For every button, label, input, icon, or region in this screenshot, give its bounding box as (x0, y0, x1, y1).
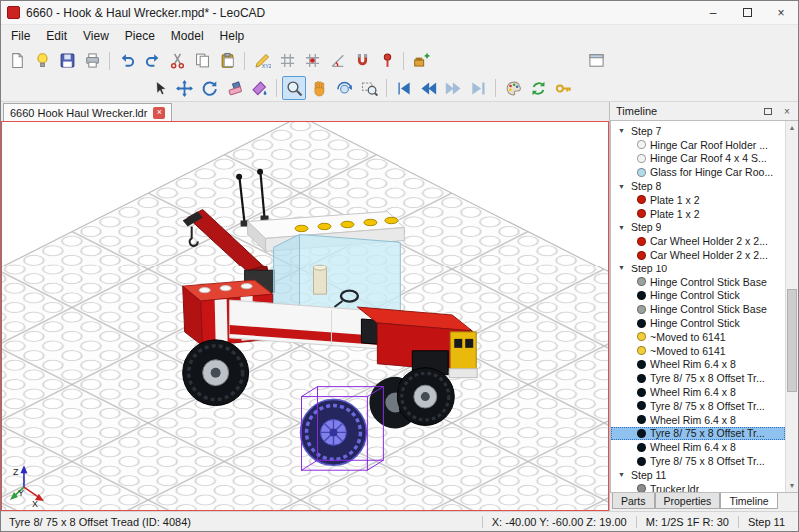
synchronize-icon[interactable] (526, 76, 550, 100)
palette-icon[interactable] (501, 76, 525, 100)
dock-tab-properties[interactable]: Properties (655, 493, 721, 509)
transform-pin-icon[interactable] (375, 49, 399, 73)
part-color-icon (637, 209, 646, 218)
timeline-part[interactable]: Hinge Car Roof 4 x 4 S... (611, 152, 785, 166)
timeline-part[interactable]: Wheel Rim 6.4 x 8 (611, 358, 785, 372)
delete-icon[interactable] (222, 76, 246, 100)
3d-viewport[interactable]: Z Y X (1, 121, 609, 511)
snap-grid-icon[interactable] (275, 49, 299, 73)
part-label: Tyre 8/ 75 x 8 Offset Tr... (650, 400, 765, 412)
timeline-part[interactable]: Wheel Rim 6.4 x 8 (611, 440, 785, 454)
step-expand-icon[interactable]: ▼ (618, 265, 626, 271)
redo-icon[interactable] (140, 49, 164, 73)
step-expand-icon[interactable]: ▼ (618, 224, 626, 231)
menu-view[interactable]: View (75, 27, 117, 45)
window-controls: – × (696, 1, 798, 24)
timeline-part[interactable]: ~Moved to 6141 (611, 330, 785, 344)
dock-float-button[interactable] (761, 104, 775, 118)
document-area: 6660 Hook Haul Wrecker.ldr × (1, 102, 609, 511)
timeline-part[interactable]: Tyre 8/ 75 x 8 Offset Tr... (611, 427, 785, 441)
part-color-icon (637, 168, 646, 177)
timeline-part[interactable]: Car Wheel Holder 2 x 2... (611, 234, 785, 248)
toolbar-separator (386, 79, 387, 97)
timeline-part[interactable]: ~Moved to 6141 (611, 344, 785, 358)
print-icon[interactable] (80, 49, 104, 73)
autokey-icon[interactable] (551, 76, 575, 100)
snap-angle-icon[interactable] (325, 49, 349, 73)
save-icon[interactable] (55, 49, 79, 73)
timeline-part[interactable]: Trucker.ldr (611, 482, 785, 492)
part-label: Hinge Car Roof Holder ... (650, 139, 768, 151)
timeline-step[interactable]: ▼Step 11 (611, 468, 785, 482)
dock-close-button[interactable]: × (780, 104, 794, 118)
scroll-down-icon[interactable]: ▼ (786, 479, 798, 492)
tab-close-icon[interactable]: × (153, 107, 165, 119)
timeline-part[interactable]: Car Wheel Holder 2 x 2... (611, 248, 785, 262)
maximize-button[interactable] (730, 1, 764, 24)
timeline-step[interactable]: ▼Step 8 (611, 179, 785, 193)
pan-icon[interactable] (307, 76, 331, 100)
copy-icon[interactable] (190, 49, 214, 73)
dock-tab-parts[interactable]: Parts (612, 493, 655, 509)
next-step-icon[interactable] (441, 76, 465, 100)
open-icon[interactable] (30, 49, 54, 73)
new-file-icon[interactable] (5, 49, 29, 73)
timeline-part[interactable]: Tyre 8/ 75 x 8 Offset Tr... (611, 454, 785, 468)
paste-icon[interactable] (215, 49, 239, 73)
zoom-icon[interactable] (282, 76, 306, 100)
previous-step-icon[interactable] (416, 76, 440, 100)
paint-icon[interactable] (247, 76, 271, 100)
move-icon[interactable] (172, 76, 196, 100)
timeline-part[interactable]: Wheel Rim 6.4 x 8 (611, 413, 785, 427)
timeline-part[interactable]: Hinge Control Stick (611, 289, 785, 303)
scrollbar-track[interactable] (786, 134, 798, 479)
timeline-step[interactable]: ▼Step 10 (611, 262, 785, 275)
select-icon[interactable] (147, 76, 171, 100)
part-color-icon (637, 415, 646, 424)
svg-text:XYZ: XYZ (261, 63, 270, 69)
timeline-step[interactable]: ▼Step 7 (611, 124, 785, 138)
timeline-part[interactable]: Glass for Hinge Car Roo... (611, 165, 785, 179)
timeline-part[interactable]: Hinge Control Stick Base (611, 275, 785, 289)
cut-icon[interactable] (165, 49, 189, 73)
menu-piece[interactable]: Piece (117, 27, 163, 45)
timeline-part[interactable]: Plate 1 x 2 (611, 193, 785, 207)
menu-help[interactable]: Help (212, 27, 253, 45)
draw-coordinates-icon[interactable]: XYZ (250, 49, 274, 73)
menu-edit[interactable]: Edit (38, 27, 75, 45)
scrollbar-thumb[interactable] (787, 289, 797, 393)
step-expand-icon[interactable]: ▼ (618, 127, 626, 134)
part-label: Tyre 8/ 75 x 8 Offset Tr... (650, 372, 765, 384)
part-color-icon (637, 443, 646, 452)
preview-panel-icon[interactable] (584, 49, 608, 73)
rotate-view-icon[interactable] (332, 76, 356, 100)
add-piece-icon[interactable] (409, 49, 433, 73)
undo-icon[interactable] (115, 49, 139, 73)
minimize-button[interactable]: – (696, 1, 730, 24)
timeline-part[interactable]: Tyre 8/ 75 x 8 Offset Tr... (611, 399, 785, 413)
axis-x-label: X (32, 499, 38, 509)
snap-move-icon[interactable] (300, 49, 324, 73)
part-color-icon (637, 374, 646, 383)
timeline-part[interactable]: Tyre 8/ 75 x 8 Offset Tr... (611, 371, 785, 385)
timeline-part[interactable]: Wheel Rim 6.4 x 8 (611, 385, 785, 399)
step-expand-icon[interactable]: ▼ (618, 471, 626, 478)
zoom-region-icon[interactable] (357, 76, 381, 100)
document-tab[interactable]: 6660 Hook Haul Wrecker.ldr × (3, 103, 172, 121)
last-step-icon[interactable] (466, 76, 490, 100)
timeline-part[interactable]: Hinge Car Roof Holder ... (611, 138, 785, 152)
timeline-part[interactable]: Hinge Control Stick (611, 316, 785, 330)
timeline-scrollbar[interactable]: ▲ ▼ (785, 121, 798, 492)
step-expand-icon[interactable]: ▼ (618, 183, 626, 190)
dock-tab-timeline[interactable]: Timeline (720, 493, 777, 509)
timeline-part[interactable]: Plate 1 x 2 (611, 207, 785, 221)
first-step-icon[interactable] (392, 76, 415, 100)
rotate-icon[interactable] (197, 76, 221, 100)
close-button[interactable]: × (764, 1, 798, 24)
magnet-icon[interactable] (350, 49, 374, 73)
timeline-step[interactable]: ▼Step 9 (611, 221, 785, 235)
menu-model[interactable]: Model (163, 27, 212, 45)
menu-file[interactable]: File (3, 27, 38, 45)
timeline-part[interactable]: Hinge Control Stick Base (611, 302, 785, 316)
scroll-up-icon[interactable]: ▲ (786, 121, 798, 134)
